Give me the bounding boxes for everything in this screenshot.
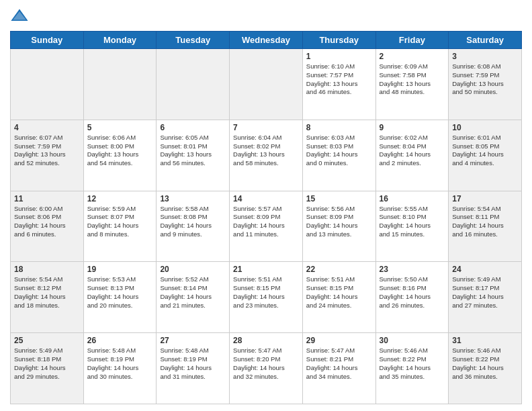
- calendar-table: SundayMondayTuesdayWednesdayThursdayFrid…: [10, 31, 522, 404]
- day-number: 22: [306, 265, 372, 274]
- day-number: 10: [452, 123, 518, 132]
- day-info: Sunrise: 5:49 AMSunset: 8:17 PMDaylight:…: [452, 275, 518, 310]
- calendar-cell: 13Sunrise: 5:58 AMSunset: 8:08 PMDayligh…: [157, 191, 230, 262]
- day-info: Sunrise: 5:53 AMSunset: 8:13 PMDaylight:…: [87, 275, 153, 310]
- day-number: 21: [233, 265, 299, 274]
- day-info: Sunrise: 5:56 AMSunset: 8:09 PMDaylight:…: [306, 205, 372, 239]
- day-info: Sunrise: 5:50 AMSunset: 8:16 PMDaylight:…: [380, 275, 445, 310]
- logo: [10, 7, 32, 26]
- day-number: 12: [87, 194, 153, 203]
- calendar-cell: 15Sunrise: 5:56 AMSunset: 8:09 PMDayligh…: [302, 191, 375, 262]
- page: SundayMondayTuesdayWednesdayThursdayFrid…: [0, 0, 532, 411]
- calendar-cell: 20Sunrise: 5:52 AMSunset: 8:14 PMDayligh…: [157, 262, 230, 333]
- day-number: 2: [380, 52, 445, 61]
- logo-icon: [10, 7, 29, 26]
- day-info: Sunrise: 5:59 AMSunset: 8:07 PMDaylight:…: [87, 205, 153, 239]
- day-info: Sunrise: 5:58 AMSunset: 8:08 PMDaylight:…: [160, 205, 226, 239]
- day-number: 11: [14, 194, 80, 203]
- calendar-cell: 30Sunrise: 5:46 AMSunset: 8:22 PMDayligh…: [375, 333, 449, 404]
- calendar-cell: 17Sunrise: 5:54 AMSunset: 8:11 PMDayligh…: [449, 191, 522, 262]
- day-info: Sunrise: 5:49 AMSunset: 8:18 PMDaylight:…: [14, 347, 80, 381]
- calendar-cell: 26Sunrise: 5:48 AMSunset: 8:19 PMDayligh…: [83, 333, 157, 404]
- calendar-header-saturday: Saturday: [449, 32, 522, 49]
- calendar-cell: 24Sunrise: 5:49 AMSunset: 8:17 PMDayligh…: [449, 262, 522, 333]
- calendar-cell: 19Sunrise: 5:53 AMSunset: 8:13 PMDayligh…: [83, 262, 157, 333]
- calendar-cell: 8Sunrise: 6:03 AMSunset: 8:03 PMDaylight…: [302, 120, 375, 191]
- day-number: 30: [380, 336, 445, 345]
- week-row-4: 25Sunrise: 5:49 AMSunset: 8:18 PMDayligh…: [11, 333, 522, 404]
- day-info: Sunrise: 5:54 AMSunset: 8:12 PMDaylight:…: [14, 275, 80, 310]
- calendar-cell: 29Sunrise: 5:47 AMSunset: 8:21 PMDayligh…: [302, 333, 375, 404]
- day-number: 4: [14, 123, 80, 132]
- calendar-cell: [230, 49, 303, 120]
- day-info: Sunrise: 6:03 AMSunset: 8:03 PMDaylight:…: [306, 134, 372, 168]
- day-number: 23: [380, 265, 445, 274]
- day-info: Sunrise: 5:51 AMSunset: 8:15 PMDaylight:…: [306, 275, 372, 310]
- day-info: Sunrise: 5:48 AMSunset: 8:19 PMDaylight:…: [87, 347, 153, 381]
- calendar-cell: 23Sunrise: 5:50 AMSunset: 8:16 PMDayligh…: [375, 262, 449, 333]
- calendar-cell: 12Sunrise: 5:59 AMSunset: 8:07 PMDayligh…: [83, 191, 157, 262]
- calendar-cell: 6Sunrise: 6:05 AMSunset: 8:01 PMDaylight…: [157, 120, 230, 191]
- calendar-cell: 9Sunrise: 6:02 AMSunset: 8:04 PMDaylight…: [375, 120, 449, 191]
- day-number: 9: [380, 123, 445, 132]
- calendar-cell: 7Sunrise: 6:04 AMSunset: 8:02 PMDaylight…: [230, 120, 303, 191]
- calendar-cell: 4Sunrise: 6:07 AMSunset: 7:59 PMDaylight…: [11, 120, 84, 191]
- calendar-cell: 22Sunrise: 5:51 AMSunset: 8:15 PMDayligh…: [302, 262, 375, 333]
- day-info: Sunrise: 5:46 AMSunset: 8:22 PMDaylight:…: [380, 347, 445, 381]
- day-number: 27: [160, 336, 226, 345]
- calendar-header-row: SundayMondayTuesdayWednesdayThursdayFrid…: [11, 32, 522, 49]
- day-number: 29: [306, 336, 372, 345]
- day-number: 18: [14, 265, 80, 274]
- day-info: Sunrise: 5:47 AMSunset: 8:21 PMDaylight:…: [306, 347, 372, 381]
- day-number: 31: [452, 336, 518, 345]
- day-number: 16: [380, 194, 445, 203]
- calendar-cell: 1Sunrise: 6:10 AMSunset: 7:57 PMDaylight…: [302, 49, 375, 120]
- day-number: 6: [160, 123, 226, 132]
- day-number: 26: [87, 336, 153, 345]
- day-info: Sunrise: 5:55 AMSunset: 8:10 PMDaylight:…: [380, 205, 445, 239]
- day-number: 19: [87, 265, 153, 274]
- day-info: Sunrise: 6:06 AMSunset: 8:00 PMDaylight:…: [87, 134, 153, 168]
- day-number: 17: [452, 194, 518, 203]
- calendar-cell: 10Sunrise: 6:01 AMSunset: 8:05 PMDayligh…: [449, 120, 522, 191]
- calendar-header-sunday: Sunday: [11, 32, 84, 49]
- day-info: Sunrise: 6:08 AMSunset: 7:59 PMDaylight:…: [452, 62, 518, 97]
- calendar-header-thursday: Thursday: [302, 32, 375, 49]
- day-info: Sunrise: 6:01 AMSunset: 8:05 PMDaylight:…: [452, 134, 518, 168]
- calendar-cell: 2Sunrise: 6:09 AMSunset: 7:58 PMDaylight…: [375, 49, 449, 120]
- week-row-3: 18Sunrise: 5:54 AMSunset: 8:12 PMDayligh…: [11, 262, 522, 333]
- day-number: 1: [306, 52, 372, 61]
- calendar-header-monday: Monday: [83, 32, 157, 49]
- day-info: Sunrise: 5:54 AMSunset: 8:11 PMDaylight:…: [452, 205, 518, 239]
- calendar-cell: 3Sunrise: 6:08 AMSunset: 7:59 PMDaylight…: [449, 49, 522, 120]
- calendar-header-wednesday: Wednesday: [230, 32, 303, 49]
- week-row-2: 11Sunrise: 6:00 AMSunset: 8:06 PMDayligh…: [11, 191, 522, 262]
- week-row-1: 4Sunrise: 6:07 AMSunset: 7:59 PMDaylight…: [11, 120, 522, 191]
- day-info: Sunrise: 5:48 AMSunset: 8:19 PMDaylight:…: [160, 347, 226, 381]
- calendar-cell: [157, 49, 230, 120]
- calendar-cell: 27Sunrise: 5:48 AMSunset: 8:19 PMDayligh…: [157, 333, 230, 404]
- day-number: 20: [160, 265, 226, 274]
- calendar-cell: 21Sunrise: 5:51 AMSunset: 8:15 PMDayligh…: [230, 262, 303, 333]
- day-number: 15: [306, 194, 372, 203]
- day-info: Sunrise: 6:02 AMSunset: 8:04 PMDaylight:…: [380, 134, 445, 168]
- calendar-cell: 31Sunrise: 5:46 AMSunset: 8:22 PMDayligh…: [449, 333, 522, 404]
- calendar-cell: 16Sunrise: 5:55 AMSunset: 8:10 PMDayligh…: [375, 191, 449, 262]
- day-number: 14: [233, 194, 299, 203]
- day-number: 13: [160, 194, 226, 203]
- calendar-cell: 11Sunrise: 6:00 AMSunset: 8:06 PMDayligh…: [11, 191, 84, 262]
- calendar-header-friday: Friday: [375, 32, 449, 49]
- day-number: 8: [306, 123, 372, 132]
- day-info: Sunrise: 6:04 AMSunset: 8:02 PMDaylight:…: [233, 134, 299, 168]
- day-number: 25: [14, 336, 80, 345]
- day-info: Sunrise: 5:57 AMSunset: 8:09 PMDaylight:…: [233, 205, 299, 239]
- day-info: Sunrise: 6:05 AMSunset: 8:01 PMDaylight:…: [160, 134, 226, 168]
- day-info: Sunrise: 6:00 AMSunset: 8:06 PMDaylight:…: [14, 205, 80, 239]
- calendar-cell: 5Sunrise: 6:06 AMSunset: 8:00 PMDaylight…: [83, 120, 157, 191]
- calendar-cell: 18Sunrise: 5:54 AMSunset: 8:12 PMDayligh…: [11, 262, 84, 333]
- calendar-cell: [83, 49, 157, 120]
- day-number: 7: [233, 123, 299, 132]
- calendar-cell: 25Sunrise: 5:49 AMSunset: 8:18 PMDayligh…: [11, 333, 84, 404]
- day-info: Sunrise: 5:47 AMSunset: 8:20 PMDaylight:…: [233, 347, 299, 381]
- calendar-cell: 28Sunrise: 5:47 AMSunset: 8:20 PMDayligh…: [230, 333, 303, 404]
